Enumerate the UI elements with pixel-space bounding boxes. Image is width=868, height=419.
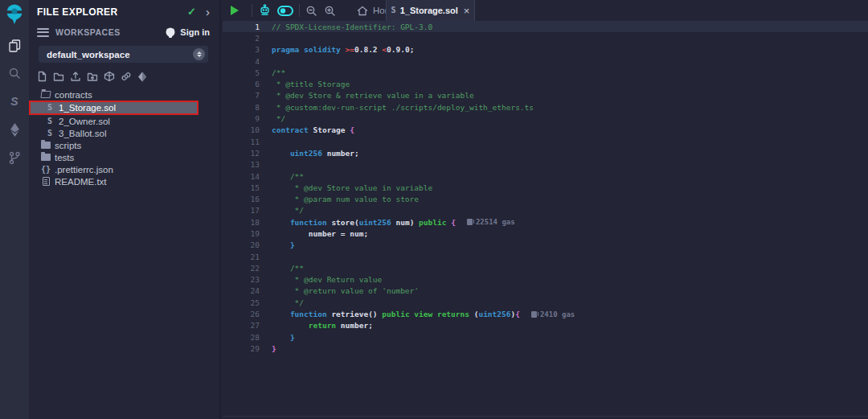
code-text: * @dev Store & retrieve value in a varia…	[272, 91, 474, 100]
hamburger-icon[interactable]	[37, 26, 49, 39]
sidebar-item-solidity-compiler[interactable]: S	[6, 93, 23, 109]
code-line[interactable]: 19 number = num;	[223, 228, 868, 239]
sidebar-item-file-explorer[interactable]	[6, 37, 23, 53]
code-line[interactable]: 10contract Storage {	[223, 125, 868, 136]
code-line[interactable]: 11	[223, 136, 868, 147]
code-line[interactable]: 27 return number;	[223, 320, 868, 331]
new-file-icon[interactable]	[37, 71, 47, 82]
code-line[interactable]: 9 */	[223, 113, 868, 124]
code-line[interactable]: 22 /**	[223, 262, 868, 273]
code-line[interactable]: 24 * @return value of 'number'	[223, 285, 868, 297]
sort-icon[interactable]	[193, 48, 205, 60]
code-line[interactable]: 13	[223, 159, 868, 170]
code-text: }	[272, 333, 295, 342]
code-line[interactable]: 2	[223, 32, 868, 43]
code-text: * @param num value to store	[272, 195, 419, 203]
code-line[interactable]: 23 * @dev Return value	[223, 274, 868, 285]
folder-icon	[40, 154, 51, 161]
sidebar-item-git[interactable]	[6, 150, 23, 166]
code-line[interactable]: 14 /**	[223, 170, 868, 182]
code-text: number = num;	[272, 229, 368, 238]
solidity-file-icon: S	[44, 117, 55, 125]
upload-file-icon[interactable]	[70, 71, 81, 82]
toolbar-separator	[299, 4, 300, 17]
workspaces-label: WORKSPACES	[55, 27, 165, 37]
code-text: * @return value of 'number'	[272, 286, 419, 295]
code-line[interactable]: 26 function retrieve() public view retur…	[223, 308, 868, 319]
link-icon[interactable]	[121, 71, 132, 82]
zoom-out-button[interactable]	[305, 5, 317, 17]
code-line[interactable]: 18 function store(uint256 num) public {2…	[223, 216, 868, 228]
tree-item[interactable]: {}.prettierrc.json	[29, 163, 219, 175]
code-line[interactable]: 3pragma solidity >=0.8.2 <0.9.0;	[223, 44, 868, 55]
line-number: 14	[223, 172, 260, 181]
tree-item[interactable]: tests	[29, 151, 219, 163]
line-number: 20	[223, 240, 260, 249]
code-text: uint256 number;	[272, 149, 359, 158]
remix-logo[interactable]	[0, 0, 29, 29]
code-line[interactable]: 7 * @dev Store & retrieve value in a var…	[223, 90, 868, 101]
line-number: 1	[223, 23, 260, 31]
code-line[interactable]: 25 */	[223, 297, 868, 308]
code-line[interactable]: 29}	[223, 343, 868, 354]
code-text: /**	[272, 264, 304, 273]
check-icon[interactable]: ✓	[187, 6, 196, 18]
code-text: */	[272, 298, 304, 307]
line-number: 17	[223, 206, 260, 215]
code-line[interactable]: 12 uint256 number;	[223, 147, 868, 158]
code-line[interactable]: 1// SPDX-License-Identifier: GPL-3.0	[223, 21, 868, 32]
ai-assistant-button[interactable]	[258, 4, 272, 17]
code-text: // SPDX-License-Identifier: GPL-3.0	[272, 23, 432, 31]
code-line[interactable]: 15 * @dev Store value in variable	[223, 182, 868, 193]
code-text: }	[272, 344, 276, 353]
code-line[interactable]: 21	[223, 251, 868, 262]
text-file-icon	[40, 177, 51, 186]
new-folder-icon[interactable]	[53, 72, 64, 82]
upload-folder-icon[interactable]	[87, 72, 98, 82]
code-line[interactable]: 8 * @custom:dev-run-script ./scripts/dep…	[223, 101, 868, 113]
code-text: /**	[272, 172, 304, 181]
tree-item[interactable]: scripts	[29, 139, 219, 151]
line-number: 18	[223, 218, 260, 227]
sidebar-item-deploy-run[interactable]	[6, 121, 23, 138]
chevron-right-icon[interactable]: ›	[206, 8, 210, 16]
deploy-run-icon	[9, 123, 21, 137]
code-line[interactable]: 6 * @title Storage	[223, 78, 868, 89]
code-line[interactable]: 16 * @param num value to store	[223, 193, 868, 204]
home-icon	[357, 6, 368, 16]
tree-item[interactable]: README.txt	[29, 175, 219, 187]
code-text: return number;	[272, 321, 373, 330]
play-icon[interactable]	[231, 6, 239, 15]
tree-item[interactable]: S3_Ballot.sol	[29, 127, 219, 139]
code-line[interactable]: 4	[223, 55, 868, 67]
line-number: 7	[223, 91, 260, 100]
tab-1-storage-sol[interactable]: S 1_Storage.sol ×	[386, 0, 475, 21]
tree-item-label: .prettierrc.json	[55, 165, 113, 175]
sign-in-button[interactable]: Sign in	[165, 27, 210, 38]
tree-item-label: 1_Storage.sol	[59, 103, 116, 113]
tree-item[interactable]: S2_Owner.sol	[29, 115, 219, 127]
sidebar-item-search[interactable]	[6, 65, 23, 81]
solidity-file-icon: S	[44, 129, 55, 138]
tree-item[interactable]: contracts	[29, 88, 219, 101]
code-text: contract Storage {	[272, 125, 354, 134]
code-line[interactable]: 28 }	[223, 331, 868, 343]
tree-item-label: 3_Ballot.sol	[59, 129, 106, 138]
tree-item-label: contracts	[55, 90, 92, 100]
solidity-diamond-icon[interactable]	[137, 72, 147, 82]
code-line[interactable]: 5/**	[223, 67, 868, 78]
close-icon[interactable]: ×	[464, 6, 470, 16]
line-number: 15	[223, 183, 260, 192]
file-explorer-icon	[8, 39, 22, 52]
zoom-in-button[interactable]	[324, 5, 336, 17]
workspace-select-value: default_workspace	[47, 50, 193, 60]
ipfs-cube-icon[interactable]	[104, 71, 115, 82]
code-text: function retrieve() public view returns …	[272, 310, 520, 318]
code-area[interactable]: 1// SPDX-License-Identifier: GPL-3.023pr…	[223, 21, 868, 355]
toggle-switch[interactable]	[277, 6, 293, 16]
workspace-select[interactable]: default_workspace	[39, 46, 208, 63]
code-line[interactable]: 20 }	[223, 240, 868, 251]
tree-item[interactable]: S1_Storage.sol	[29, 101, 199, 115]
code-line[interactable]: 17 */	[223, 205, 868, 216]
code-text: function store(uint256 num) public {	[272, 218, 456, 227]
